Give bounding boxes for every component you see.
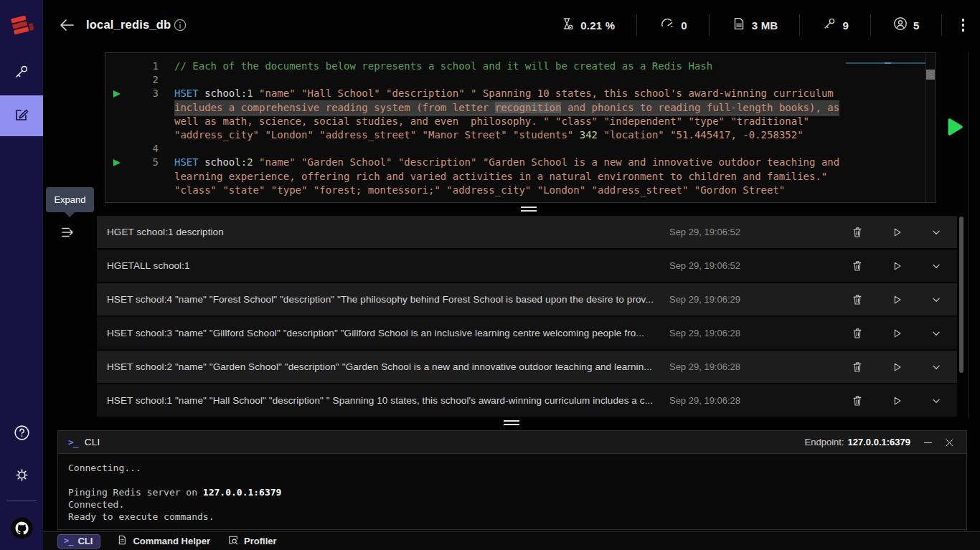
info-circle-icon[interactable]: [173, 18, 187, 32]
cli-output[interactable]: Connecting...Pinging Redis server on 127…: [57, 454, 967, 530]
sidebar-item-github[interactable]: [0, 509, 43, 550]
history-timestamp: Sep 29, 19:06:52: [669, 260, 740, 271]
play-outline-icon: [890, 226, 903, 239]
close-icon[interactable]: [944, 437, 955, 448]
sidebar-item-help[interactable]: [0, 414, 43, 455]
run-command-button[interactable]: [890, 361, 903, 374]
history-command: HSET school:4 "name" "Forest School" "de…: [107, 294, 654, 305]
expand-command-button[interactable]: [930, 293, 943, 306]
history-timestamp: Sep 29, 19:06:28: [669, 328, 740, 338]
play-outline-icon: [890, 327, 903, 340]
db-stats-bar: 0.21 % 0: [539, 0, 970, 50]
cli-endpoint-value: 127.0.0.1:6379: [848, 437, 910, 447]
delete-command-button[interactable]: [851, 293, 864, 306]
chevron-down-icon: [930, 394, 943, 407]
cli-console-line: Ready to execute commands.: [68, 511, 956, 523]
delete-command-button[interactable]: [851, 394, 864, 407]
delete-command-button[interactable]: [851, 260, 864, 272]
app-window: local_redis_db 0.21 %: [0, 0, 980, 550]
history-row-actions: [851, 327, 943, 340]
sidebar-item-settings[interactable]: [0, 456, 43, 497]
history-row[interactable]: HGET school:1 description Sep 29, 19:06:…: [97, 216, 957, 250]
stat-clients: 5: [871, 16, 941, 34]
document-icon: [116, 534, 128, 548]
history-row[interactable]: HGETALL school:1 Sep 29, 19:06:52: [97, 250, 957, 283]
run-command-button[interactable]: [890, 260, 903, 272]
run-command-button[interactable]: [890, 293, 903, 306]
kebab-menu-icon[interactable]: [942, 19, 971, 32]
trash-icon: [851, 394, 864, 407]
run-line-icon[interactable]: [113, 90, 121, 98]
run-command-button[interactable]: [890, 226, 903, 239]
cli-console-line: Pinging Redis server on 127.0.0.1:6379: [68, 486, 956, 498]
key-icon: [13, 63, 30, 83]
expand-command-button[interactable]: [930, 226, 943, 239]
top-header: local_redis_db 0.21 %: [43, 0, 980, 50]
history-command: HSET school:3 "name" "Gillford School" "…: [107, 328, 644, 338]
history-command: HSET school:2 "name" "Garden School" "de…: [107, 361, 652, 372]
delete-command-button[interactable]: [851, 226, 864, 239]
history-row[interactable]: HSET school:3 "name" "Gillford School" "…: [97, 317, 957, 351]
editor-lines: 1// Each of the documents below represen…: [105, 60, 936, 197]
history-row[interactable]: HSET school:4 "name" "Forest School" "de…: [97, 283, 957, 317]
tab-cli[interactable]: >_ CLI: [57, 534, 100, 549]
editor-scrollbar[interactable]: [925, 53, 936, 202]
expand-command-button[interactable]: [930, 394, 943, 407]
delete-command-button[interactable]: [851, 327, 864, 340]
history-row[interactable]: HSET school:2 "name" "Garden School" "de…: [97, 351, 957, 384]
memory-card-icon: [731, 16, 747, 34]
run-command-button[interactable]: [890, 394, 903, 407]
expand-command-button[interactable]: [930, 260, 943, 272]
run-command-button[interactable]: [890, 327, 903, 340]
stat-cpu: 0.21 %: [539, 16, 636, 34]
workbench-editor[interactable]: 1// Each of the documents below represen…: [105, 52, 936, 203]
history-row-actions: [851, 260, 943, 272]
expand-command-button[interactable]: [930, 361, 943, 374]
sidebar-item-workbench[interactable]: [0, 95, 43, 136]
cli-console-line: [68, 474, 956, 486]
sidebar-divider: [6, 501, 37, 501]
play-outline-icon: [890, 394, 903, 407]
minimap-marker: [885, 62, 891, 64]
trash-icon: [851, 293, 864, 306]
line-number: 2: [127, 73, 159, 87]
back-arrow-icon[interactable]: [59, 17, 76, 33]
cli-resize-handle[interactable]: [504, 420, 519, 426]
play-outline-icon: [890, 361, 903, 374]
cli-endpoint: Endpoint:127.0.0.1:6379: [805, 437, 910, 447]
tab-command-helper[interactable]: Command Helper: [116, 534, 210, 548]
expand-tooltip: Expand: [46, 187, 94, 212]
sidebar: [0, 0, 43, 550]
cli-console-line: Connected.: [68, 498, 956, 511]
redis-logo[interactable]: [6, 9, 37, 42]
history-scrollbar-thumb[interactable]: [959, 217, 963, 373]
minimize-icon[interactable]: [923, 437, 933, 448]
cpu-value: 0.21 %: [580, 19, 615, 32]
expand-icon: [60, 232, 77, 243]
gear-icon: [13, 466, 31, 487]
expand-command-button[interactable]: [930, 327, 943, 340]
line-number: 3: [127, 87, 159, 100]
play-icon: [943, 115, 966, 138]
expand-history-button[interactable]: [59, 224, 77, 242]
delete-command-button[interactable]: [851, 361, 864, 374]
expand-tooltip-label: Expand: [54, 194, 85, 205]
key-icon: [821, 16, 837, 34]
run-all-button[interactable]: [943, 115, 966, 138]
code-line: well as math, science, social studies, a…: [105, 115, 936, 128]
tab-profiler-label: Profiler: [244, 536, 277, 546]
terminal-prompt-icon: >_: [64, 536, 72, 546]
history-command: HSET school:1 "name" "Hall School" "desc…: [107, 395, 653, 406]
editor-resize-handle[interactable]: [521, 207, 537, 212]
editor-scrollbar-thumb[interactable]: [926, 70, 935, 80]
tab-profiler[interactable]: Profiler: [227, 534, 277, 548]
history-row[interactable]: HSET school:1 "name" "Hall School" "desc…: [97, 384, 957, 418]
run-line-icon[interactable]: [113, 159, 121, 166]
bottom-bar: >_ CLI Command Helper Profiler: [43, 531, 980, 550]
sidebar-item-browser[interactable]: [0, 52, 43, 93]
stat-keys: 9: [800, 16, 870, 34]
chevron-down-icon: [930, 293, 943, 306]
cli-endpoint-label: Endpoint:: [805, 437, 844, 447]
chevron-down-icon: [930, 361, 943, 374]
keys-value: 9: [842, 19, 849, 32]
